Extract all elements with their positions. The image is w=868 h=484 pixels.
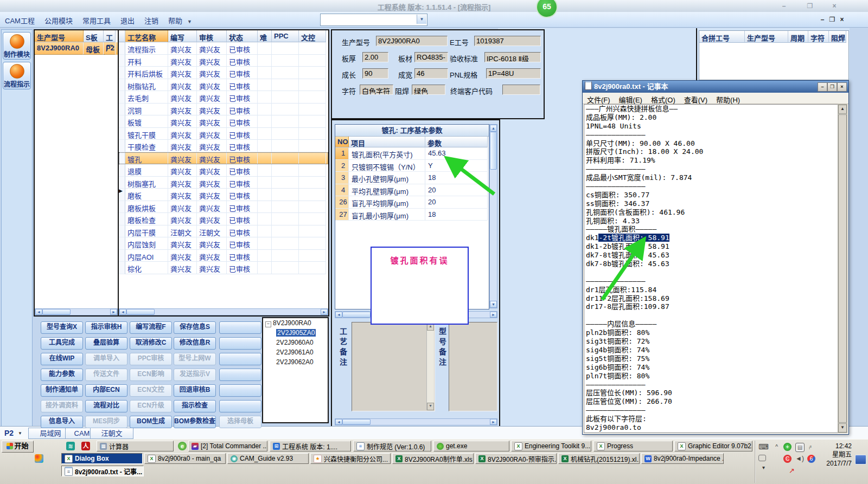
combobox-arrow-icon[interactable]: ▼ — [417, 15, 426, 24]
notepad-close-icon[interactable]: × — [837, 82, 847, 92]
clipboard-tray-icon[interactable]: ▤ — [795, 443, 805, 452]
scroll-right-icon[interactable]: ► — [490, 419, 497, 425]
taskbar-button[interactable]: ▦计算器 — [97, 441, 174, 451]
scroll-down-icon[interactable]: ▼ — [427, 403, 434, 410]
scroll-thumb[interactable] — [490, 132, 497, 170]
taskbar-button[interactable]: ≡制作规范 (Ver:1.0.6) — [353, 441, 431, 451]
process-row[interactable]: 镀孔干膜龚兴友龚兴友已审核 — [119, 128, 328, 140]
scroll-thumb[interactable] — [342, 312, 371, 318]
merge-header-cell[interactable]: 生产型号 — [745, 31, 788, 43]
launcher-icon[interactable]: ≋ — [66, 442, 75, 450]
notepad-titlebar[interactable]: 8v2j900ra0.txt - 记事本 — [583, 81, 848, 93]
hide-icons-chevron-icon[interactable]: ^ — [773, 443, 781, 451]
panel-bottom-hscrollbar[interactable]: ◄ ► — [335, 418, 497, 425]
grid-button-工具完成[interactable]: 工具完成 — [41, 337, 83, 350]
grid-button-修改信息R[interactable]: 修改信息R — [174, 337, 216, 350]
grid-button-编写流程F[interactable]: 编写流程F — [130, 321, 172, 334]
grid-button-BOM参数检查[interactable]: BOM参数检查 — [174, 416, 216, 428]
taskbar-button[interactable]: W8v2j900ra0-Impedance ... — [641, 453, 724, 464]
param-header-cell[interactable]: NO — [335, 137, 349, 147]
info-field[interactable]: 8V2J900RA0 — [376, 36, 448, 46]
param-row[interactable]: 2只镀铜不镀锡（Y/N）Y — [335, 160, 489, 172]
info-field[interactable]: 46 — [414, 68, 448, 79]
info-field[interactable]: 1P=48U — [486, 68, 541, 79]
process-row[interactable]: 镀孔龚兴友龚兴友已审核 — [119, 152, 328, 165]
taskbar-button[interactable]: XGraphic Editor 9.07b2... — [674, 441, 752, 451]
grid-button-流程对比[interactable]: 流程对比 — [85, 400, 127, 412]
param-vscrollbar[interactable]: ▲ ▼ — [489, 124, 497, 308]
taskbar-button[interactable]: ◉CAM_Guide v2.93 — [227, 453, 309, 464]
board-hscrollbar[interactable]: ◄ ► — [35, 308, 118, 315]
scroll-left-icon[interactable]: ◄ — [335, 419, 342, 425]
grid-button-在线WIP[interactable]: 在线WIP — [41, 353, 83, 365]
param-header-cell[interactable]: 项目 — [349, 137, 425, 147]
param-header-cell[interactable]: 参数 — [425, 137, 488, 147]
info-field[interactable]: 2.00 — [362, 52, 388, 62]
tab-汪朝文[interactable]: 汪朝文 — [90, 428, 133, 439]
scroll-right-icon[interactable]: ► — [490, 312, 497, 318]
scroll-thumb[interactable] — [126, 309, 155, 315]
grid-button-指示检查[interactable]: 指示检查 — [174, 400, 216, 412]
process-hscrollbar[interactable]: ◄ ► — [119, 308, 328, 315]
taskbar-button[interactable]: ★兴森快捷衡阳分公司... — [310, 453, 391, 464]
scroll-down-icon[interactable]: ▼ — [490, 301, 497, 308]
taskbar-button[interactable]: XProgress — [593, 441, 673, 451]
process-row[interactable]: 沉铜龚兴友龚兴友已审核 — [119, 104, 328, 116]
notepad-content[interactable]: ———广州兴森快捷拼板信息——成品板厚(MM): 2.001PNL=48 Uni… — [584, 104, 838, 433]
grid-button-型号查询X[interactable]: 型号查询X — [41, 321, 83, 334]
process-row[interactable]: 树脂塞孔龚兴友龚兴友已审核 — [119, 177, 328, 189]
tree-root[interactable]: −8V2J900RA0 — [263, 318, 328, 328]
process-row[interactable]: 磨板烘板龚兴友龚兴友已审核 — [119, 201, 328, 214]
grid-button-能力参数[interactable]: 能力参数 — [41, 369, 83, 381]
process-header-cell[interactable]: 难 — [258, 30, 272, 42]
taskbar-button[interactable]: XDialog Box — [61, 453, 143, 464]
menu-item-4[interactable]: 注销 — [139, 12, 163, 25]
scroll-up-icon[interactable]: ▲ — [490, 125, 497, 132]
notepad-menu-4[interactable]: 帮助(H) — [712, 93, 744, 105]
messenger-icon[interactable] — [35, 454, 43, 463]
browser-icon[interactable]: e — [178, 442, 187, 450]
notepad-minimize-icon[interactable]: – — [818, 82, 827, 92]
process-row[interactable]: 开料龚兴友龚兴友已审核 — [119, 55, 328, 67]
param-row[interactable]: 4平均孔壁铜厚(μm)20 — [335, 184, 489, 197]
scroll-left-icon[interactable]: ◄ — [119, 309, 126, 315]
process-row[interactable]: 板镀龚兴友龚兴友已审核 — [119, 115, 328, 128]
board-header-cell[interactable]: 工厂 — [104, 30, 116, 42]
scroll-thumb[interactable] — [42, 309, 71, 315]
taskbar-button[interactable]: ≡8v2j900ra0.txt - 记事... — [61, 466, 144, 476]
start-button[interactable]: 开始 — [2, 441, 34, 453]
process-row[interactable]: 磨板检查龚兴友龚兴友已审核 — [119, 213, 328, 225]
param-row[interactable]: 1镀孔面积(平方英寸)45.63 — [335, 147, 489, 160]
process-row[interactable]: 内层AOI龚兴友龚兴友已审核 — [119, 250, 328, 262]
tree-item[interactable]: 2V2J9060A0 — [263, 338, 328, 347]
menu-item-2[interactable]: 常用工具 — [78, 12, 116, 25]
notepad-restore-icon[interactable]: ❐ — [827, 82, 837, 92]
toolbar-combobox[interactable]: ▼ — [320, 14, 427, 26]
merge-header-cell[interactable]: 周期 — [788, 31, 808, 43]
mail-tray-icon[interactable]: C — [783, 455, 792, 463]
menu-item-5[interactable]: 帮助 — [163, 12, 187, 25]
taskbar-button[interactable]: ▰[2] Total Commander ... — [188, 441, 267, 451]
taskbar-button[interactable]: ⊞工程系统 版本: 1.... — [270, 441, 351, 451]
process-header-cell[interactable]: 文控 — [299, 30, 326, 42]
process-row[interactable]: 去毛刺龚兴友龚兴友已审核 — [119, 91, 328, 104]
process-row[interactable]: 内层干膜汪朝文汪朝文已审核 — [119, 225, 328, 238]
taskbar-button[interactable]: X8V2J900RA0制作单.xls ... — [392, 453, 474, 464]
notepad-menu-0[interactable]: 文件(F) — [583, 93, 615, 105]
grid-button-保存信息S[interactable]: 保存信息S — [174, 321, 216, 334]
menu-item-3[interactable]: 退出 — [116, 12, 139, 25]
grid-button-内部ECN[interactable]: 内部ECN — [85, 384, 127, 397]
grid-button-制作通知单[interactable]: 制作通知单 — [41, 384, 83, 397]
process-row[interactable]: 开料后烘板龚兴友龚兴友已审核 — [119, 67, 328, 79]
process-header-cell[interactable]: PPC — [272, 30, 299, 42]
tray-clock[interactable]: 12:42 星期五 2017/7/7 — [813, 442, 852, 468]
notepad-menu-1[interactable]: 编辑(E) — [615, 93, 647, 105]
show-desktop-button[interactable] — [855, 455, 866, 464]
mdi-minimize-icon[interactable]: – — [818, 16, 827, 23]
process-row[interactable]: 干膜检查龚兴友龚兴友已审核 — [119, 140, 328, 152]
process-row[interactable]: 流程指示龚兴友龚兴友已审核 — [119, 42, 328, 55]
process-row[interactable]: 内层蚀刻龚兴友龚兴友已审核 — [119, 237, 328, 250]
notepad-vscrollbar[interactable]: ▲ ▼ — [838, 104, 847, 433]
taskbar-button[interactable]: get.exe — [433, 441, 509, 451]
scroll-thumb[interactable] — [838, 114, 847, 423]
